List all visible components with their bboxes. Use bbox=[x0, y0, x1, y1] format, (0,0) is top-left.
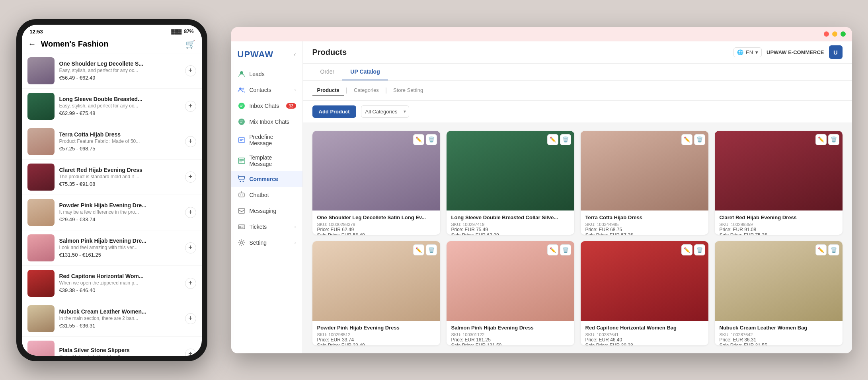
mobile-product-item[interactable]: Terra Cotta Hijab Dress Product Feature … bbox=[22, 124, 202, 160]
predefine-message-icon bbox=[238, 136, 246, 144]
mobile-product-item[interactable]: Claret Red Hijab Evening Dress The produ… bbox=[22, 160, 202, 195]
mobile-product-item[interactable]: Plata Silver Stone Slippers Outer Materi… bbox=[22, 337, 202, 356]
sub-tab-products[interactable]: Products bbox=[312, 85, 344, 96]
language-text: EN bbox=[746, 49, 753, 55]
svg-point-3 bbox=[238, 103, 245, 109]
add-to-cart-button[interactable]: + bbox=[185, 65, 196, 76]
phone-page-title: Women's Fashion bbox=[41, 39, 181, 49]
edit-product-button[interactable]: ✏️ bbox=[815, 244, 827, 255]
desktop-body: UPWAW ‹ Leads bbox=[231, 41, 852, 353]
add-to-cart-button[interactable]: + bbox=[185, 349, 196, 356]
mobile-product-item[interactable]: Powder Pink Hijab Evening Dre... It may … bbox=[22, 195, 202, 230]
add-to-cart-button[interactable]: + bbox=[185, 278, 196, 289]
product-card-price: Price: EUR 161.25 bbox=[451, 337, 570, 343]
card-actions: ✏️ 🗑️ bbox=[413, 134, 437, 145]
delete-product-button[interactable]: 🗑️ bbox=[694, 244, 705, 255]
close-button[interactable] bbox=[824, 31, 829, 37]
add-to-cart-button[interactable]: + bbox=[185, 207, 196, 218]
delete-product-button[interactable]: 🗑️ bbox=[560, 244, 571, 255]
product-info: Salmon Pink Hijab Evening Dre... Look an… bbox=[59, 238, 180, 258]
add-to-cart-button[interactable]: + bbox=[185, 136, 196, 147]
product-name: Plata Silver Stone Slippers bbox=[59, 347, 180, 353]
edit-product-button[interactable]: ✏️ bbox=[413, 244, 424, 255]
add-to-cart-button[interactable]: + bbox=[185, 171, 196, 183]
sidebar-item-commerce[interactable]: Commerce bbox=[231, 171, 302, 187]
edit-product-button[interactable]: ✏️ bbox=[681, 244, 692, 255]
minimize-button[interactable] bbox=[832, 31, 837, 37]
edit-product-button[interactable]: ✏️ bbox=[413, 134, 424, 145]
delete-product-button[interactable]: 🗑️ bbox=[560, 134, 571, 145]
product-card: ✏️ 🗑️ One Shoulder Leg Decollete Satin L… bbox=[312, 131, 440, 235]
product-thumbnail bbox=[27, 128, 55, 155]
tab-up-catalog[interactable]: UP Catalog bbox=[342, 64, 388, 80]
category-select[interactable]: All Categories bbox=[361, 105, 409, 118]
product-desc: Outer Material: Artificial Leather ... bbox=[59, 354, 180, 356]
delete-product-button[interactable]: 🗑️ bbox=[426, 244, 437, 255]
edit-product-button[interactable]: ✏️ bbox=[681, 134, 692, 145]
add-to-cart-button[interactable]: + bbox=[185, 101, 196, 112]
product-card-name: One Shoulder Leg Decollete Satin Long Ev… bbox=[317, 214, 435, 220]
product-desc: Look and feel amazing with this ver... bbox=[59, 245, 180, 250]
delete-product-button[interactable]: 🗑️ bbox=[828, 244, 839, 255]
maximize-button[interactable] bbox=[841, 31, 846, 37]
inbox-chats-icon bbox=[238, 102, 246, 110]
edit-product-button[interactable]: ✏️ bbox=[815, 134, 827, 145]
delete-product-button[interactable]: 🗑️ bbox=[828, 134, 839, 145]
product-card-sku: SKU: 100287642 bbox=[720, 332, 838, 337]
signal-icon: ▓▓▓ bbox=[171, 29, 181, 34]
mobile-product-item[interactable]: Long Sleeve Double Breasted... Easy, sty… bbox=[22, 89, 202, 124]
sidebar-item-mix-inbox-chats[interactable]: Mix Inbox Chats bbox=[231, 114, 302, 130]
product-info: Claret Red Hijab Evening Dress The produ… bbox=[59, 167, 180, 187]
add-to-cart-button[interactable]: + bbox=[185, 242, 196, 253]
header-right: 🌐 EN ▾ UPWAW E-COMMERCE U bbox=[733, 45, 843, 59]
products-toolbar: Add Product All Categories bbox=[303, 101, 852, 123]
sidebar-item-leads[interactable]: Leads bbox=[231, 66, 302, 82]
product-card-price: Price: EUR 91.08 bbox=[720, 227, 838, 232]
phone-screen: 12:53 ▓▓▓ 87% ← Women's Fashion 🛒 One Sh… bbox=[22, 25, 202, 356]
add-product-button[interactable]: Add Product bbox=[312, 105, 356, 118]
language-selector[interactable]: 🌐 EN ▾ bbox=[733, 47, 762, 57]
sidebar-item-template-message[interactable]: Template Message bbox=[231, 150, 302, 171]
edit-product-button[interactable]: ✏️ bbox=[547, 134, 558, 145]
mobile-product-item[interactable]: One Shoulder Leg Decollete S... Easy, st… bbox=[22, 53, 202, 89]
sidebar-item-tickets[interactable]: Tickets › bbox=[231, 219, 302, 235]
product-card-name: Long Sleeve Double Breasted Collar Silve… bbox=[451, 214, 570, 220]
tickets-icon bbox=[238, 223, 246, 231]
status-bar: 12:53 ▓▓▓ 87% bbox=[22, 25, 202, 36]
main-content: Products 🌐 EN ▾ UPWAW E-COMMERCE U Order… bbox=[303, 41, 852, 353]
product-card-price: Price: EUR 33.74 bbox=[317, 337, 435, 343]
template-message-icon bbox=[238, 157, 246, 165]
globe-icon: 🌐 bbox=[737, 49, 743, 55]
delete-product-button[interactable]: 🗑️ bbox=[426, 134, 437, 145]
back-button[interactable]: ← bbox=[28, 39, 36, 49]
sidebar-item-contacts[interactable]: Contacts › bbox=[231, 82, 302, 98]
tab-order[interactable]: Order bbox=[312, 64, 343, 80]
sidebar-item-inbox-chats[interactable]: Inbox Chats 33 bbox=[231, 98, 302, 114]
sidebar-item-messaging[interactable]: Messaging bbox=[231, 203, 302, 219]
add-to-cart-button[interactable]: + bbox=[185, 313, 196, 324]
sidebar-item-predefine-message[interactable]: Predefine Message bbox=[231, 130, 302, 150]
product-card-sku: SKU: 10000298379 bbox=[317, 222, 435, 227]
product-card-sku: SKU: 100299359 bbox=[720, 222, 838, 227]
sidebar-collapse-button[interactable]: ‹ bbox=[294, 51, 296, 58]
lang-chevron-icon: ▾ bbox=[755, 49, 758, 55]
cart-icon[interactable]: 🛒 bbox=[185, 39, 195, 49]
mobile-product-item[interactable]: Red Capitone Horizontal Wom... When we o… bbox=[22, 266, 202, 301]
sub-tab-store-setting[interactable]: Store Setting bbox=[388, 85, 428, 96]
product-card-sku: SKU: 100298512 bbox=[317, 332, 435, 337]
sidebar-item-chatbot[interactable]: Chatbot bbox=[231, 187, 302, 203]
mobile-product-item[interactable]: Nubuck Cream Leather Women... In the mai… bbox=[22, 301, 202, 337]
product-card-price: Price: EUR 46.40 bbox=[585, 337, 704, 343]
product-card-info: Terra Cotta Hijab Dress SKU: 100344985 P… bbox=[581, 210, 708, 235]
user-avatar[interactable]: U bbox=[829, 45, 843, 59]
delete-product-button[interactable]: 🗑️ bbox=[694, 134, 705, 145]
product-thumbnail bbox=[27, 57, 55, 84]
sidebar-item-setting[interactable]: Setting › bbox=[231, 235, 302, 251]
sub-tab-categories[interactable]: Categories bbox=[349, 85, 384, 96]
edit-product-button[interactable]: ✏️ bbox=[547, 244, 558, 255]
mobile-product-item[interactable]: Salmon Pink Hijab Evening Dre... Look an… bbox=[22, 230, 202, 266]
product-thumbnail bbox=[27, 164, 55, 191]
product-card-price: Price: EUR 36.31 bbox=[720, 337, 838, 343]
product-thumbnail bbox=[27, 234, 55, 261]
product-card-price: Price: EUR 75.49 bbox=[451, 227, 570, 232]
